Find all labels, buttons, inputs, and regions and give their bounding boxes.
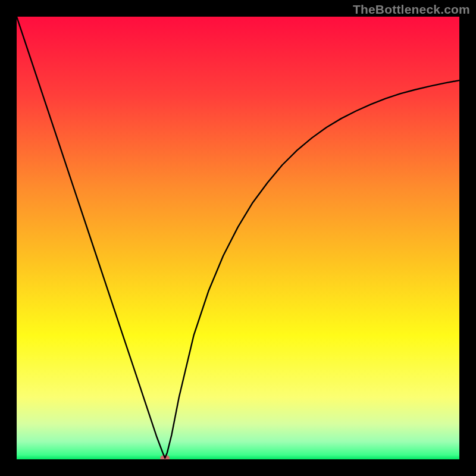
chart-svg	[17, 17, 459, 459]
outer-frame: TheBottleneck.com	[0, 0, 476, 476]
gradient-background	[17, 17, 459, 459]
watermark-text: TheBottleneck.com	[353, 2, 470, 17]
plot-area	[17, 17, 459, 459]
